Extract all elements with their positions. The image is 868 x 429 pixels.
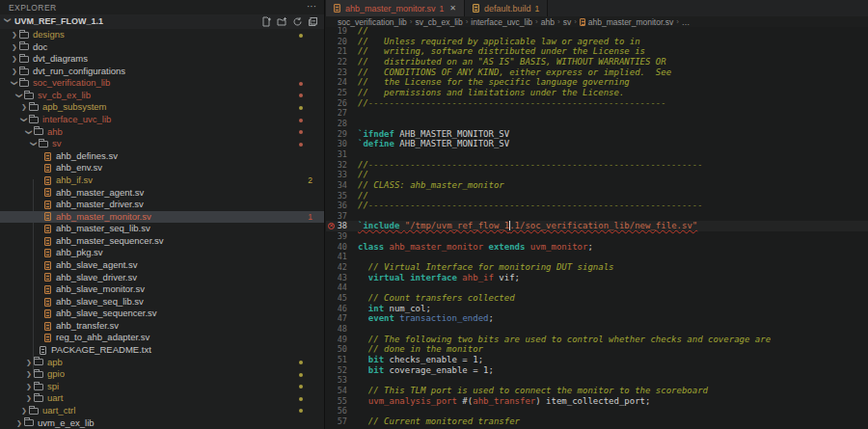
- code-line-40[interactable]: 40class ahb_master_monitor extends uvm_m…: [326, 242, 868, 253]
- code-line-24[interactable]: 24// the License for the specific langua…: [326, 77, 868, 88]
- code-line-54[interactable]: 54 // This TLM port is used to connect t…: [326, 386, 868, 396]
- tree-item-designs[interactable]: ❯designs: [0, 29, 324, 41]
- chevron-right-icon[interactable]: ❯: [11, 53, 18, 66]
- code-line-45[interactable]: 45 // Count transfers collected: [326, 293, 868, 304]
- code-line-46[interactable]: 46 int num_col;: [326, 304, 868, 314]
- workspace-root-row[interactable]: ❯ UVM_REF_FLOW_1.1: [0, 14, 324, 29]
- tree-item-uart_ctrl[interactable]: ❯uart_ctrl: [0, 405, 324, 417]
- tree-item-sv[interactable]: ❯sv: [0, 138, 324, 150]
- chevron-right-icon[interactable]: ❯: [25, 381, 33, 393]
- tree-item-ahb_master_sequencer.sv[interactable]: ahb_master_sequencer.sv: [0, 235, 324, 248]
- tree-item-doc[interactable]: ❯doc: [0, 41, 324, 54]
- code-line-31[interactable]: 31: [326, 149, 868, 160]
- tree-item-ahb_slave_driver.sv[interactable]: ahb_slave_driver.sv: [0, 272, 324, 284]
- chevron-right-icon[interactable]: ❯: [25, 357, 33, 369]
- code-line-30[interactable]: 30`define AHB_MASTER_MONITOR_SV: [326, 139, 868, 149]
- collapse-all-icon[interactable]: [307, 15, 319, 28]
- chevron-right-icon[interactable]: ❯: [11, 66, 18, 78]
- tree-item-ahb_master_seq_lib.sv[interactable]: ahb_master_seq_lib.sv: [0, 223, 324, 235]
- tab-ahb-master-monitor[interactable]: ahb_master_monitor.sv 1 ✕: [326, 0, 465, 16]
- tab-default-build[interactable]: default.build 1: [465, 0, 548, 16]
- code-line-51[interactable]: 51 bit checks_enable = 1;: [326, 355, 868, 365]
- code-line-22[interactable]: 22// distributed on an "AS IS" BASIS, WI…: [326, 57, 868, 67]
- breadcrumb-item[interactable]: ahb: [541, 17, 555, 27]
- code-line-28[interactable]: 28: [326, 119, 868, 129]
- tree-item-ahb_env.sv[interactable]: ahb_env.sv: [0, 162, 324, 174]
- close-icon[interactable]: ✕: [449, 4, 456, 13]
- tree-item-sv_cb_ex_lib[interactable]: ❯sv_cb_ex_lib: [0, 90, 324, 102]
- tree-item-ahb_pkg.sv[interactable]: ahb_pkg.sv: [0, 247, 324, 259]
- tree-item-ahb_master_driver.sv[interactable]: ahb_master_driver.sv: [0, 199, 324, 211]
- breadcrumb-item[interactable]: ahb_master_monitor.sv: [588, 17, 673, 27]
- code-line-32[interactable]: 32//------------------------------------…: [326, 160, 868, 171]
- chevron-right-icon[interactable]: ❯: [20, 405, 28, 417]
- breadcrumb-item[interactable]: interface_uvc_lib: [471, 17, 532, 27]
- tree-item-ahb_transfer.sv[interactable]: ahb_transfer.sv: [0, 320, 324, 333]
- tree-item-ahb_defines.sv[interactable]: ahb_defines.sv: [0, 150, 324, 163]
- code-line-57[interactable]: 57 // Current monitored transfer: [326, 416, 868, 427]
- code-line-42[interactable]: 42 // Virtual Interface for monitoring D…: [326, 262, 868, 273]
- tree-item-ahb_slave_agent.sv[interactable]: ahb_slave_agent.sv: [0, 259, 324, 272]
- code-line-36[interactable]: 36//------------------------------------…: [326, 201, 868, 211]
- tree-item-apb[interactable]: ❯apb: [0, 357, 324, 369]
- code-line-44[interactable]: 44: [326, 282, 868, 293]
- breadcrumb-item[interactable]: sv_cb_ex_lib: [416, 17, 463, 27]
- chevron-right-icon[interactable]: ❯: [11, 29, 18, 41]
- code-line-43[interactable]: 43 virtual interface ahb_if vif;: [326, 273, 868, 283]
- new-folder-icon[interactable]: [276, 15, 288, 28]
- tree-item-spi[interactable]: ❯spi: [0, 381, 324, 393]
- code-line-49[interactable]: 49 // The following two bits are used to…: [326, 335, 868, 345]
- code-line-53[interactable]: 53: [326, 375, 868, 386]
- breadcrumb-item[interactable]: sv: [563, 17, 572, 27]
- tree-item-ahb_slave_seq_lib.sv[interactable]: ahb_slave_seq_lib.sv: [0, 296, 324, 308]
- tree-item-uart[interactable]: ❯uart: [0, 392, 324, 405]
- tree-item-dvt_diagrams[interactable]: ❯dvt_diagrams: [0, 53, 324, 66]
- code-line-52[interactable]: 52 bit coverage_enable = 1;: [326, 365, 868, 376]
- code-line-27[interactable]: 27: [326, 108, 868, 119]
- new-file-icon[interactable]: [260, 15, 273, 28]
- code-line-19[interactable]: 19//: [326, 26, 868, 37]
- tree-item-ahb_master_monitor.sv[interactable]: ahb_master_monitor.sv1: [0, 211, 324, 224]
- code-line-47[interactable]: 47 event transaction_ended;: [326, 313, 868, 324]
- tree-item-gpio[interactable]: ❯gpio: [0, 368, 324, 381]
- tree-item-ahb[interactable]: ❯ahb: [0, 126, 324, 139]
- code-line-37[interactable]: 37: [326, 211, 868, 222]
- code-line-55[interactable]: 55 uvm_analysis_port #(ahb_transfer) ite…: [326, 396, 868, 407]
- code-line-48[interactable]: 48: [326, 324, 868, 335]
- code-editor[interactable]: 19//20// Unless required by applicable l…: [326, 26, 868, 429]
- code-line-39[interactable]: 39: [326, 231, 868, 242]
- chevron-right-icon[interactable]: ❯: [11, 41, 18, 54]
- tree-item-apb_subsystem[interactable]: ❯apb_subsystem: [0, 101, 324, 114]
- tree-item-reg_to_ahb_adapter.sv[interactable]: reg_to_ahb_adapter.sv: [0, 332, 324, 344]
- code-line-25[interactable]: 25// permissions and limitations under t…: [326, 88, 868, 98]
- tree-item-dvt_run_configurations[interactable]: ❯dvt_run_configurations: [0, 66, 324, 78]
- code-line-23[interactable]: 23// CONDITIONS OF ANY KIND, either expr…: [326, 67, 868, 78]
- tree-item-soc_verification_lib[interactable]: ❯soc_verification_lib: [0, 77, 324, 90]
- code-line-35[interactable]: 35//: [326, 191, 868, 201]
- code-line-41[interactable]: 41: [326, 252, 868, 262]
- tree-item-ahb_master_agent.sv[interactable]: ahb_master_agent.sv: [0, 187, 324, 200]
- chevron-right-icon[interactable]: ❯: [25, 392, 33, 405]
- code-line-38[interactable]: ✕38`include "/tmp/uvm_ref_flow_1.1/soc_v…: [326, 221, 868, 231]
- refresh-icon[interactable]: [291, 15, 304, 28]
- tree-item-ahb_slave_sequencer.sv[interactable]: ahb_slave_sequencer.sv: [0, 308, 324, 320]
- chevron-right-icon[interactable]: ❯: [20, 101, 28, 114]
- tree-item-PACKAGE_README.txt[interactable]: PACKAGE_README.txt: [0, 344, 324, 357]
- tree-item-uvm_e_ex_lib[interactable]: ❯uvm_e_ex_lib: [0, 417, 324, 429]
- code-line-29[interactable]: 29`ifndef AHB_MASTER_MONITOR_SV: [326, 129, 868, 140]
- tree-item-ahb_slave_monitor.sv[interactable]: ahb_slave_monitor.sv: [0, 283, 324, 296]
- breadcrumb-item[interactable]: …: [682, 17, 691, 27]
- explorer-more-actions-icon[interactable]: ···: [307, 1, 316, 12]
- breadcrumb-item[interactable]: soc_verification_lib: [338, 17, 407, 27]
- chevron-right-icon[interactable]: ❯: [25, 368, 33, 381]
- tree-item-interface_uvc_lib[interactable]: ❯interface_uvc_lib: [0, 114, 324, 126]
- code-line-20[interactable]: 20// Unless required by applicable law o…: [326, 37, 868, 47]
- chevron-right-icon[interactable]: ❯: [15, 417, 23, 429]
- code-line-34[interactable]: 34// CLASS: ahb_master_monitor: [326, 180, 868, 191]
- code-line-26[interactable]: 26//------------------------------------…: [326, 98, 868, 109]
- code-line-56[interactable]: 56: [326, 406, 868, 416]
- code-line-50[interactable]: 50 // done in the monitor: [326, 344, 868, 355]
- tree-item-ahb_if.sv[interactable]: ahb_if.sv2: [0, 174, 324, 187]
- code-line-21[interactable]: 21// writing, software distributed under…: [326, 46, 868, 57]
- code-line-33[interactable]: 33//: [326, 170, 868, 180]
